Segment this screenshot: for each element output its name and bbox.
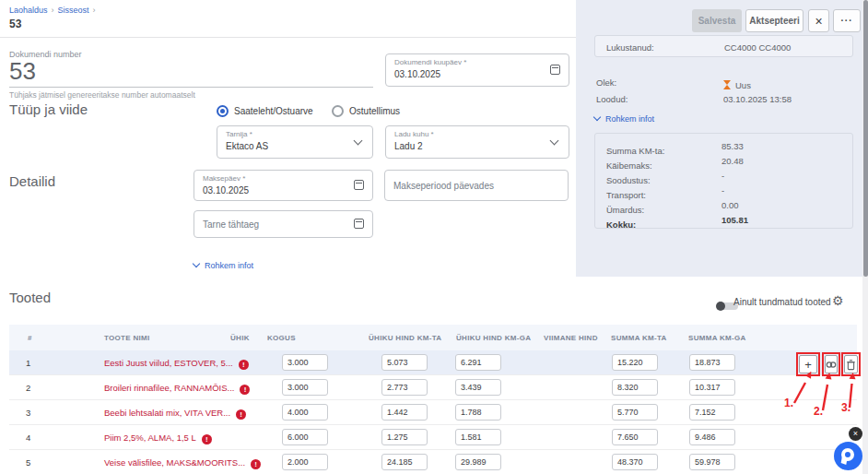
annotation-box-3 — [841, 352, 861, 376]
close-button[interactable]: × — [808, 9, 829, 32]
supplier-select[interactable]: Tarnija * Ektaco AS — [217, 125, 373, 159]
unit-price-gross-input[interactable] — [455, 454, 501, 470]
qty-input[interactable] — [282, 404, 328, 421]
payment-period-field — [384, 170, 569, 201]
sum-net-input[interactable] — [612, 429, 658, 445]
warning-badge-icon[interactable]: ! — [239, 360, 249, 370]
sum-net-input[interactable] — [612, 454, 658, 470]
warning-badge-icon[interactable]: ! — [236, 409, 246, 420]
document-number-help: Tühjaks jätmisel genereeritakse number a… — [9, 90, 195, 100]
payment-date-value: 03.10.2025 — [203, 185, 249, 196]
sum-gross-input[interactable] — [689, 454, 735, 470]
warehouse-select[interactable]: Ladu kuhu * Ladu 2 — [385, 125, 569, 159]
col-header-qty: KOGUS — [267, 334, 296, 342]
table-row[interactable]: 5 Veise välisfilee, MAKS&MOORITS...! — [9, 450, 857, 474]
add-row-button[interactable]: + — [799, 355, 817, 373]
header-divider — [0, 37, 576, 38]
link-icon — [826, 361, 837, 369]
document-date-field[interactable]: Dokumendi kuupäev * 03.10.2025 — [385, 53, 569, 87]
radio-saateleht-ostuarve[interactable] — [217, 105, 229, 117]
col-header-unit: ÜHIK — [230, 334, 250, 342]
breadcrumb-current: 53 — [9, 18, 21, 30]
scrollbar-thumb[interactable] — [863, 0, 868, 277]
table-row[interactable]: 1 Eesti Juust viilud, ESTOVER, 5...! — [9, 350, 857, 375]
unit-price-gross-input[interactable] — [455, 379, 501, 396]
sum-net-input[interactable] — [612, 404, 658, 421]
unit-price-net-input[interactable] — [381, 454, 428, 470]
payment-period-input[interactable] — [387, 172, 545, 198]
sum-gross-input[interactable] — [689, 354, 735, 371]
qty-input[interactable] — [282, 454, 328, 470]
warning-badge-icon[interactable]: ! — [251, 459, 261, 469]
scrollbar-track[interactable] — [862, 0, 868, 474]
calendar-icon[interactable] — [354, 219, 364, 229]
qty-input[interactable] — [282, 429, 328, 445]
warehouse-label: Ladu kuhu * — [394, 130, 434, 138]
sum-gross-input[interactable] — [689, 404, 735, 421]
totals-box: Summa KM-ta:85.33 Käibemaks:20.48 Soodus… — [594, 133, 853, 229]
summary-row-total: Kokku:105.81 — [595, 215, 852, 230]
col-header-num: # — [28, 334, 32, 342]
table-row[interactable]: 2 Broileri rinnafilee, RANNAMÕIS...! — [9, 375, 857, 400]
product-name-link[interactable]: Eesti Juust viilud, ESTOVER, 5...! — [104, 358, 249, 370]
breadcrumb: Laohaldus›Sisseost› — [9, 6, 100, 15]
link-product-button[interactable] — [825, 355, 838, 373]
sum-gross-input[interactable] — [689, 429, 735, 445]
sum-net-input[interactable] — [612, 354, 658, 371]
summary-row: Soodustus:- — [595, 171, 852, 185]
form-more-info-link[interactable]: Rohkem infot — [194, 261, 253, 270]
col-header-name: TOOTE NIMI — [104, 334, 150, 342]
breadcrumb-link-sisseost[interactable]: Sisseost — [58, 6, 89, 15]
table-row[interactable]: 4 Piim 2,5%, ALMA, 1,5 L! — [9, 425, 857, 450]
panel-more-info-link[interactable]: Rohkem infot — [594, 114, 654, 124]
unit-price-net-input[interactable] — [381, 429, 428, 445]
delivery-due-input[interactable] — [196, 213, 350, 235]
locked-by-value: CC4000 CC4000 — [724, 42, 791, 53]
sum-gross-input[interactable] — [689, 379, 735, 396]
toggle-knob — [716, 302, 725, 311]
product-name-link[interactable]: Beebi lehtsalati mix, VITA VER...! — [104, 408, 246, 420]
calendar-icon[interactable] — [354, 180, 364, 190]
unit-price-gross-input[interactable] — [455, 354, 501, 371]
unit-price-net-input[interactable] — [381, 354, 428, 371]
breadcrumb-link-laohaldus[interactable]: Laohaldus — [9, 6, 48, 15]
col-header-sum-net: SUMMA KM-TA — [611, 334, 667, 342]
qty-input[interactable] — [282, 379, 328, 396]
sum-net-input[interactable] — [612, 379, 658, 396]
payment-date-label: Maksepäev * — [203, 174, 245, 183]
unit-price-net-input[interactable] — [381, 379, 428, 396]
radio-ostutellimus-label: Ostutellimus — [349, 106, 400, 116]
table-row[interactable]: 3 Beebi lehtsalati mix, VITA VER...! — [9, 400, 857, 425]
supplier-label: Tarnija * — [226, 130, 252, 138]
breadcrumb-separator: › — [52, 6, 54, 15]
unit-price-gross-input[interactable] — [455, 429, 501, 445]
qty-input[interactable] — [282, 354, 328, 371]
document-date-value: 03.10.2025 — [394, 69, 440, 79]
gear-icon[interactable]: ⚙ — [832, 293, 844, 308]
chat-launcher-button[interactable] — [834, 442, 862, 470]
close-icon: × — [815, 14, 822, 29]
product-name-link[interactable]: Veise välisfilee, MAKS&MOORITS...! — [104, 457, 261, 469]
product-name-link[interactable]: Piim 2,5%, ALMA, 1,5 L! — [104, 433, 212, 444]
warning-badge-icon[interactable]: ! — [202, 434, 212, 444]
chat-bubble-tail — [841, 457, 848, 465]
summary-row: Transport:- — [595, 185, 852, 200]
calendar-icon[interactable] — [550, 65, 560, 75]
row-number: 1 — [26, 358, 30, 368]
unit-price-net-input[interactable] — [381, 404, 428, 421]
trash-icon — [846, 359, 856, 371]
unit-price-gross-input[interactable] — [455, 404, 501, 421]
dismiss-chat-button[interactable]: × — [849, 427, 862, 441]
document-number-value[interactable]: 53 — [9, 57, 36, 86]
product-name-link[interactable]: Broileri rinnafilee, RANNAMÕIS...! — [104, 383, 250, 395]
more-actions-button[interactable]: ··· — [833, 9, 861, 32]
payment-date-field[interactable]: Maksepäev * 03.10.2025 — [194, 170, 373, 201]
warning-badge-icon[interactable]: ! — [240, 385, 250, 395]
annotation-label-1: 1. — [784, 397, 793, 409]
accept-button[interactable]: Aktsepteeri — [745, 9, 803, 32]
delete-row-button[interactable] — [844, 355, 858, 373]
status-label: Olek: — [596, 77, 616, 88]
radio-ostutellimus[interactable] — [332, 105, 344, 117]
locked-by-box: Lukustanud: CC4000 CC4000 — [594, 35, 853, 57]
save-button[interactable]: Salvesta — [692, 9, 742, 32]
